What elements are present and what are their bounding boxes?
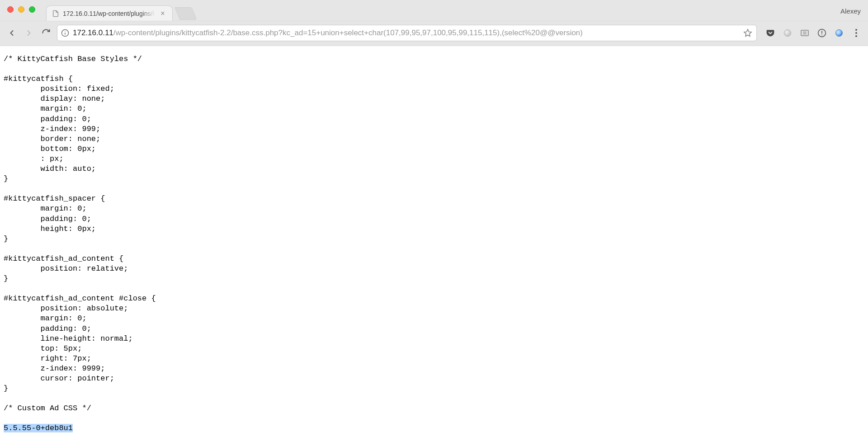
selected-text: 5.5.55-0+deb8u1 bbox=[4, 424, 73, 432]
window-close-button[interactable] bbox=[7, 6, 14, 13]
url-text: 172.16.0.11/wp-content/plugins/kittycatf… bbox=[73, 28, 739, 38]
bookmark-star-icon[interactable] bbox=[743, 28, 753, 38]
reload-button[interactable] bbox=[40, 27, 52, 39]
titlebar: 172.16.0.11/wp-content/plugins/kittycatf… bbox=[0, 0, 868, 21]
file-icon bbox=[52, 10, 59, 17]
chrome-menu-button[interactable] bbox=[850, 27, 863, 39]
extension-globe-blue-icon[interactable] bbox=[833, 27, 845, 39]
back-button[interactable] bbox=[5, 27, 18, 39]
new-tab-button[interactable] bbox=[175, 7, 197, 20]
traffic-lights bbox=[7, 6, 35, 13]
toolbar-extensions bbox=[761, 27, 863, 39]
toolbar: 172.16.0.11/wp-content/plugins/kittycatf… bbox=[0, 21, 868, 46]
browser-tab-active[interactable]: 172.16.0.11/wp-content/plugins/kittycatf… bbox=[46, 5, 173, 21]
tabstrip: 172.16.0.11/wp-content/plugins/kittycatf… bbox=[46, 0, 194, 21]
forward-button[interactable] bbox=[23, 27, 35, 39]
tab-title: 172.16.0.11/wp-content/plugins/kittycatf… bbox=[63, 10, 155, 17]
site-info-icon[interactable] bbox=[61, 29, 69, 37]
window-zoom-button[interactable] bbox=[29, 6, 35, 13]
extension-alert-icon[interactable] bbox=[816, 27, 828, 39]
url-path: /wp-content/plugins/kittycatfish-2.2/bas… bbox=[113, 28, 583, 37]
profile-name[interactable]: Alexey bbox=[840, 7, 861, 15]
extension-globe-gray-icon[interactable] bbox=[781, 27, 794, 39]
extension-pocket-icon[interactable] bbox=[764, 27, 777, 39]
reading-list-icon[interactable] bbox=[798, 27, 811, 39]
css-output-text: /* KittyCatfish Base Styles */ #kittycat… bbox=[4, 55, 156, 413]
page-content[interactable]: /* KittyCatfish Base Styles */ #kittycat… bbox=[0, 46, 868, 441]
window-minimize-button[interactable] bbox=[18, 6, 24, 13]
close-icon[interactable]: × bbox=[159, 9, 167, 18]
address-bar[interactable]: 172.16.0.11/wp-content/plugins/kittycatf… bbox=[57, 25, 757, 41]
window-chrome: 172.16.0.11/wp-content/plugins/kittycatf… bbox=[0, 0, 868, 46]
url-host: 172.16.0.11 bbox=[73, 28, 113, 37]
svg-marker-3 bbox=[744, 29, 752, 37]
